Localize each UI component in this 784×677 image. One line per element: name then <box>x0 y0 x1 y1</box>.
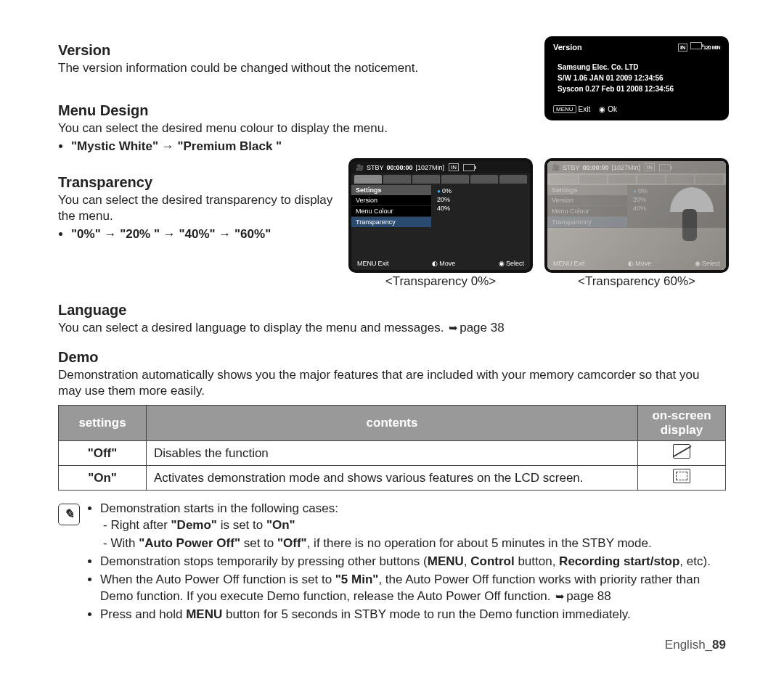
in-indicator: IN <box>449 163 459 171</box>
shot-bottom-bar: MENU Exit ◐ Move ◉ Select <box>547 258 726 268</box>
lcd-header: Version IN 120 MIN <box>547 39 726 54</box>
note-box: ✎ Demonstration starts in the following … <box>58 501 726 625</box>
menu-item: Menu Colour <box>351 206 431 217</box>
heading-transparency: Transparency <box>58 174 334 191</box>
bullet-menu-design: "Mystic White" → "Premium Black " <box>71 139 726 154</box>
menu-left: Settings Version Menu Colour Transparenc… <box>547 185 627 228</box>
menu-item-selected: Transparency <box>351 217 431 228</box>
version-lcd-figure: Version IN 120 MIN Samsung Elec. Co. LTD… <box>547 39 726 118</box>
menu-option: 20% <box>627 195 726 204</box>
osd-on-icon <box>673 469 690 483</box>
remain-label: [1027Min] <box>612 164 641 171</box>
menu-tag: MENU <box>357 260 377 267</box>
note-item: When the Auto Power Off function is set … <box>100 572 726 605</box>
menu-right: 0% 20% 40% <box>627 185 726 228</box>
menu-option: 40% <box>431 204 530 213</box>
menu-tag: MENU <box>553 260 573 267</box>
th-osd: on-screen display <box>638 406 726 441</box>
note-icon: ✎ <box>58 504 80 525</box>
tab <box>550 175 578 184</box>
caption-60: <Transparency 60%> <box>547 274 726 289</box>
body-demo: Demonstration automatically shows you th… <box>58 367 726 399</box>
page-footer: English_89 <box>58 638 726 652</box>
cell-off-desc: Disables the function <box>147 441 638 466</box>
shot-top-bar: 🎥 STBY 00:00:00 [1027Min] IN <box>351 161 530 173</box>
menu-tag: MENU <box>553 105 576 113</box>
menu-option: 40% <box>627 204 726 213</box>
in-indicator: IN <box>645 163 655 171</box>
exit-hint: MENU Exit <box>553 260 585 267</box>
table-row: "On" Activates demonstration mode and sh… <box>59 466 726 491</box>
tab <box>354 175 382 184</box>
heading-demo: Demo <box>58 349 726 366</box>
note-item: Demonstration stops temporarily by press… <box>100 554 726 570</box>
th-contents: contents <box>147 406 638 441</box>
page-number: 89 <box>712 638 726 652</box>
stby-label: STBY <box>367 164 384 171</box>
footer-lang: English_ <box>665 638 712 652</box>
tab <box>579 175 607 184</box>
menu-item-selected: Transparency <box>547 217 627 228</box>
note-sublist: Right after "Demo" is set to "On" With "… <box>103 517 726 552</box>
menu-item: Version <box>547 195 627 206</box>
tab <box>608 175 636 184</box>
move-hint: ◐ Move <box>628 260 651 267</box>
osd-off-icon <box>673 444 690 459</box>
note-item: Demonstration starts in the following ca… <box>100 501 726 552</box>
manual-page: Version IN 120 MIN Samsung Elec. Co. LTD… <box>29 0 755 667</box>
exit-label: MENU Exit <box>553 105 590 113</box>
menu-pane: Settings Version Menu Colour Transparenc… <box>547 185 726 228</box>
note-list: Demonstration starts in the following ca… <box>100 501 726 625</box>
page-ref: page 38 <box>447 321 504 335</box>
menu-item: Version <box>351 195 431 206</box>
tab <box>470 175 498 184</box>
note-item: Press and hold MENU button for 5 seconds… <box>100 607 726 623</box>
move-hint: ◐ Move <box>432 260 455 267</box>
lcd-body: Samsung Elec. Co. LTD S/W 1.06 JAN 01 20… <box>547 54 726 102</box>
tab <box>383 175 411 184</box>
menu-item: Menu Colour <box>547 206 627 217</box>
menu-header: Settings <box>351 185 431 195</box>
body-menu-design: You can select the desired menu colour t… <box>58 120 726 136</box>
lcd-footer: MENU Exit ◉ Ok <box>547 102 726 118</box>
tab <box>695 175 723 184</box>
min-indicator: 120 MIN <box>703 45 720 50</box>
screenshot-transparency-0: 🎥 STBY 00:00:00 [1027Min] IN Settings Ve… <box>351 161 530 289</box>
cell-off-icon <box>638 441 726 466</box>
tab <box>441 175 469 184</box>
shot-top-bar: 🎥 STBY 00:00:00 [1027Min] IN <box>547 161 726 173</box>
battery-icon <box>659 164 671 171</box>
cell-on-desc: Activates demonstration mode and shows v… <box>147 466 638 491</box>
body-language: You can select a desired language to dis… <box>58 320 726 336</box>
tab-row <box>351 173 530 185</box>
note-subitem: Right after "Demo" is set to "On" <box>103 517 726 534</box>
cam-icon: 🎥 <box>552 164 560 171</box>
transparency-option: "0%" → "20% " → "40%" → "60%" <box>71 227 334 242</box>
battery-icon <box>463 164 475 171</box>
menu-option-selected: 0% <box>431 186 530 195</box>
demo-table: settings contents on-screen display "Off… <box>58 405 726 491</box>
cam-icon: 🎥 <box>356 164 364 171</box>
tab <box>412 175 440 184</box>
version-line: Samsung Elec. Co. LTD <box>558 62 716 73</box>
select-hint: ◉ Select <box>499 260 524 267</box>
remain-label: [1027Min] <box>416 164 445 171</box>
table-header-row: settings contents on-screen display <box>59 406 726 441</box>
shot-bottom-bar: MENU Exit ◐ Move ◉ Select <box>351 258 530 268</box>
tab <box>666 175 694 184</box>
screenshot-transparency-60: 🎥 STBY 00:00:00 [1027Min] IN Settings Ve… <box>547 161 726 289</box>
in-indicator: IN <box>678 44 687 52</box>
th-settings: settings <box>59 406 147 441</box>
menu-option: 20% <box>431 195 530 204</box>
note-subitem: With "Auto Power Off" set to "Off", if t… <box>103 536 726 552</box>
lcd-indicators: IN 120 MIN <box>677 42 720 52</box>
time-label: 00:00:00 <box>583 164 609 171</box>
page-ref: page 88 <box>554 589 611 603</box>
body-transparency: You can select the desired transparency … <box>58 192 334 224</box>
lcd-screen: Version IN 120 MIN Samsung Elec. Co. LTD… <box>547 39 726 118</box>
battery-icon <box>690 42 702 49</box>
caption-0: <Transparency 0%> <box>351 274 530 289</box>
menu-header: Settings <box>547 185 627 195</box>
exit-hint: MENU Exit <box>357 260 389 267</box>
tab <box>637 175 665 184</box>
